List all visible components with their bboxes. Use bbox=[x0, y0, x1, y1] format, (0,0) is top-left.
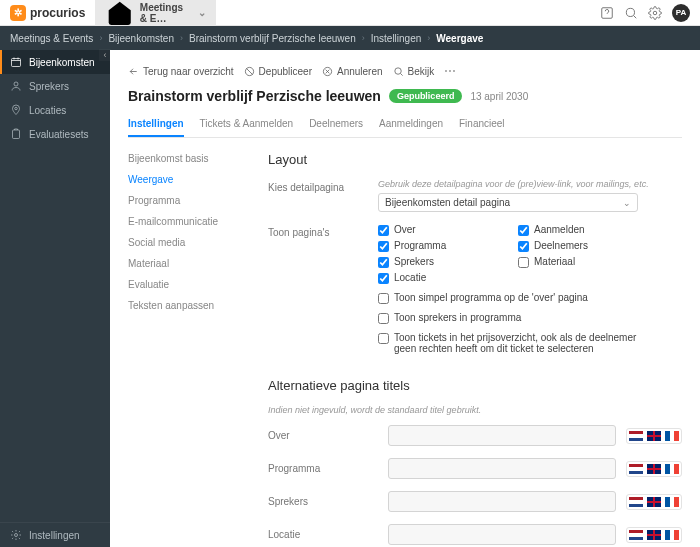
alt-title-input[interactable] bbox=[388, 491, 616, 512]
gear-icon[interactable] bbox=[648, 6, 662, 20]
subnav-evaluatie[interactable]: Evaluatie bbox=[128, 274, 248, 295]
extra-option[interactable]: Toon simpel programma op de 'over' pagin… bbox=[378, 292, 638, 304]
checkbox[interactable] bbox=[378, 241, 389, 252]
extra-option[interactable]: Toon sprekers in programma bbox=[378, 312, 638, 324]
alt-title-label: Programma bbox=[268, 463, 378, 474]
flag-fr-icon[interactable] bbox=[665, 464, 679, 474]
tab-financieel[interactable]: Financieel bbox=[459, 112, 505, 137]
checkbox[interactable] bbox=[378, 225, 389, 236]
flag-nl-icon[interactable] bbox=[629, 530, 643, 540]
topbar: ✲ procurios Meetings & E… ⌄ PA bbox=[0, 0, 700, 26]
calendar-icon bbox=[10, 56, 22, 68]
alt-title-input[interactable] bbox=[388, 458, 616, 479]
tab-deelnemers[interactable]: Deelnemers bbox=[309, 112, 363, 137]
crumb-0[interactable]: Meetings & Events bbox=[10, 33, 93, 44]
checkbox[interactable] bbox=[378, 273, 389, 284]
flag-fr-icon[interactable] bbox=[665, 497, 679, 507]
sidebar-item-instellingen[interactable]: Instellingen bbox=[0, 523, 110, 547]
breadcrumb: Meetings & Events› Bijeenkomsten› Brains… bbox=[0, 26, 700, 50]
detail-page-select[interactable]: Bijeenkomsten detail pagina ⌄ bbox=[378, 193, 638, 212]
view-button[interactable]: Bekijk bbox=[393, 66, 435, 77]
flag-fr-icon[interactable] bbox=[665, 530, 679, 540]
crumb-3[interactable]: Instellingen bbox=[371, 33, 422, 44]
alt-title-row: Sprekers bbox=[268, 491, 682, 512]
more-actions-button[interactable]: ⋯ bbox=[444, 64, 457, 78]
tab-tickets[interactable]: Tickets & Aanmelden bbox=[200, 112, 294, 137]
extra-option[interactable]: Toon tickets in het prijsoverzicht, ook … bbox=[378, 332, 638, 354]
locale-switcher bbox=[626, 428, 682, 444]
sidebar: ‹ Bijeenkomsten Sprekers Locaties Evalua… bbox=[0, 50, 110, 547]
checkbox[interactable] bbox=[378, 257, 389, 268]
showpages-label: Toon pagina's bbox=[268, 224, 378, 362]
alt-title-row: Locatie bbox=[268, 524, 682, 545]
checkbox[interactable] bbox=[518, 241, 529, 252]
locale-switcher bbox=[626, 461, 682, 477]
crumb-1[interactable]: Bijeenkomsten bbox=[108, 33, 174, 44]
flag-nl-icon[interactable] bbox=[629, 431, 643, 441]
flag-fr-icon[interactable] bbox=[665, 431, 679, 441]
brand-name: procurios bbox=[30, 6, 85, 20]
checkbox[interactable] bbox=[378, 313, 389, 324]
detail-page-label: Kies detailpagina bbox=[268, 179, 378, 212]
cancel-button[interactable]: Annuleren bbox=[322, 66, 383, 77]
unpublish-button[interactable]: Depubliceer bbox=[244, 66, 312, 77]
subnav-social[interactable]: Social media bbox=[128, 232, 248, 253]
subnav-materiaal[interactable]: Materiaal bbox=[128, 253, 248, 274]
crumb-2[interactable]: Brainstorm verblijf Perzische leeuwen bbox=[189, 33, 356, 44]
flag-en-icon[interactable] bbox=[647, 431, 661, 441]
svg-point-1 bbox=[626, 8, 634, 16]
back-button[interactable]: Terug naar overzicht bbox=[128, 66, 234, 77]
subnav-basis[interactable]: Bijeenkomst basis bbox=[128, 148, 248, 169]
clipboard-icon bbox=[10, 128, 22, 140]
gear-icon bbox=[10, 529, 22, 541]
section-layout-heading: Layout bbox=[268, 152, 682, 167]
svg-point-7 bbox=[15, 534, 18, 537]
alt-title-label: Sprekers bbox=[268, 496, 378, 507]
sidebar-item-evaluatiesets[interactable]: Evaluatiesets bbox=[0, 122, 110, 146]
flag-nl-icon[interactable] bbox=[629, 497, 643, 507]
chevron-down-icon: ⌄ bbox=[198, 7, 206, 18]
alt-title-input[interactable] bbox=[388, 425, 616, 446]
section-alt-titles-heading: Alternatieve pagina titels bbox=[268, 378, 682, 393]
subnav-teksten[interactable]: Teksten aanpassen bbox=[128, 295, 248, 316]
svg-point-10 bbox=[394, 67, 400, 73]
checkbox[interactable] bbox=[518, 257, 529, 268]
checkbox[interactable] bbox=[378, 293, 389, 304]
page-checkbox-over[interactable]: Over bbox=[378, 224, 498, 236]
alt-title-label: Over bbox=[268, 430, 378, 441]
subnav-weergave[interactable]: Weergave bbox=[128, 169, 248, 190]
context-label: Meetings & E… bbox=[140, 2, 183, 24]
tab-aanmeldingen[interactable]: Aanmeldingen bbox=[379, 112, 443, 137]
status-badge: Gepubliceerd bbox=[389, 89, 463, 103]
pin-icon bbox=[10, 104, 22, 116]
sidebar-item-sprekers[interactable]: Sprekers bbox=[0, 74, 110, 98]
svg-rect-6 bbox=[13, 130, 20, 139]
svg-point-5 bbox=[15, 107, 18, 110]
checkbox[interactable] bbox=[378, 333, 389, 344]
page-checkbox-locatie[interactable]: Locatie bbox=[378, 272, 498, 284]
flag-en-icon[interactable] bbox=[647, 497, 661, 507]
flag-en-icon[interactable] bbox=[647, 530, 661, 540]
subnav-email[interactable]: E-mailcommunicatie bbox=[128, 211, 248, 232]
alt-title-input[interactable] bbox=[388, 524, 616, 545]
flag-en-icon[interactable] bbox=[647, 464, 661, 474]
checkbox[interactable] bbox=[518, 225, 529, 236]
avatar[interactable]: PA bbox=[672, 4, 690, 22]
sidebar-item-locaties[interactable]: Locaties bbox=[0, 98, 110, 122]
page-checkbox-deelnemers[interactable]: Deelnemers bbox=[518, 240, 638, 252]
page-checkbox-aanmelden[interactable]: Aanmelden bbox=[518, 224, 638, 236]
search-icon[interactable] bbox=[624, 6, 638, 20]
page-title: Brainstorm verblijf Perzische leeuwen bbox=[128, 88, 381, 104]
user-icon bbox=[10, 80, 22, 92]
page-checkbox-programma[interactable]: Programma bbox=[378, 240, 498, 252]
brand-logo[interactable]: ✲ procurios bbox=[10, 5, 85, 21]
sidebar-item-bijeenkomsten[interactable]: Bijeenkomsten bbox=[0, 50, 110, 74]
tab-instellingen[interactable]: Instellingen bbox=[128, 112, 184, 137]
flag-nl-icon[interactable] bbox=[629, 464, 643, 474]
page-checkbox-sprekers[interactable]: Sprekers bbox=[378, 256, 498, 268]
subnav-programma[interactable]: Programma bbox=[128, 190, 248, 211]
help-icon[interactable] bbox=[600, 6, 614, 20]
alt-title-row: Over bbox=[268, 425, 682, 446]
page-checkbox-materiaal[interactable]: Materiaal bbox=[518, 256, 638, 268]
subnav: Bijeenkomst basis Weergave Programma E-m… bbox=[128, 138, 248, 547]
